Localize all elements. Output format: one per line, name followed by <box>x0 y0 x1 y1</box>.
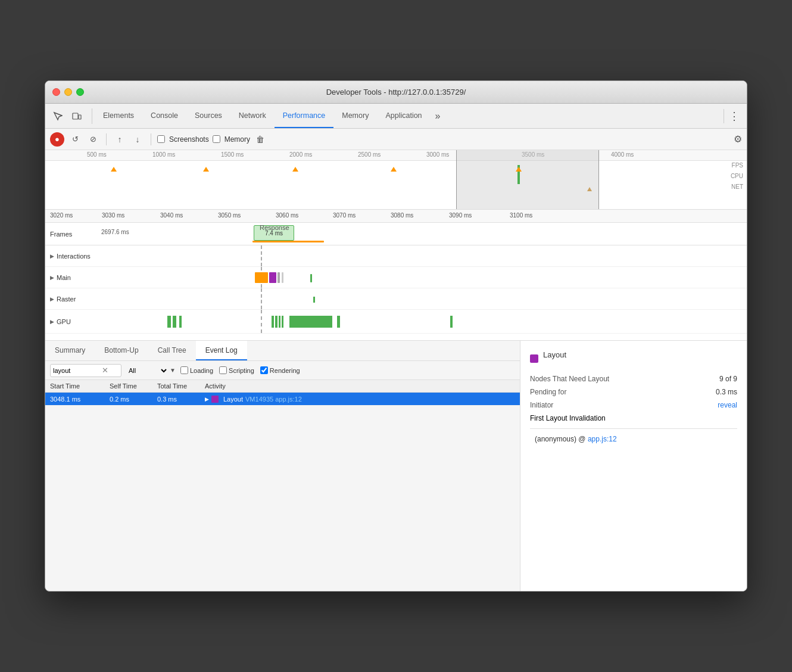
initiator-link[interactable]: reveal <box>718 401 737 409</box>
layout-color-swatch <box>211 396 219 403</box>
pending-label: Pending for <box>530 388 566 396</box>
main-arrow: ▶ <box>50 275 54 281</box>
ruler-tick-1500: 1500 ms <box>221 151 244 158</box>
filter-select[interactable]: All Loading Scripting Rendering Painting… <box>126 366 169 375</box>
rendering-checkbox[interactable] <box>260 366 268 374</box>
export-button[interactable]: ↓ <box>130 132 145 147</box>
memory-checkbox-group[interactable]: Memory <box>213 135 250 144</box>
capture-settings-button[interactable]: ⚙ <box>734 133 742 145</box>
nav-separator <box>724 109 724 123</box>
record-button[interactable]: ● <box>50 132 64 147</box>
table-scroll[interactable]: Start Time Self Time Total Time Activity… <box>45 380 520 591</box>
more-tabs-button[interactable]: » <box>431 111 445 122</box>
tab-performance[interactable]: Performance <box>275 104 334 128</box>
tab-bottom-up[interactable]: Bottom-Up <box>95 341 148 360</box>
bottom-panel: Summary Bottom-Up Call Tree Event Log ✕ … <box>45 341 747 591</box>
traffic-lights <box>52 88 84 96</box>
first-invalidation-label: First Layout Invalidation <box>530 414 606 422</box>
gpu-row: ▶ GPU <box>45 310 747 334</box>
col-header-start-time[interactable]: Start Time <box>45 380 105 393</box>
loading-checkbox[interactable] <box>180 366 188 374</box>
settings-icon[interactable]: ⋮ <box>726 108 742 124</box>
col-header-self-time[interactable]: Self Time <box>105 380 152 393</box>
raster-bar-1 <box>313 297 315 303</box>
filter-checkboxes: Loading Scripting Rendering <box>180 366 300 374</box>
main-row: ▶ Main <box>45 267 747 288</box>
interactions-row: ▶ Interactions <box>45 245 747 267</box>
raster-label: ▶ Raster <box>45 295 99 303</box>
minimize-button[interactable] <box>64 88 72 96</box>
svg-rect-0 <box>73 113 78 119</box>
gpu-bar-9 <box>450 316 453 328</box>
loading-filter[interactable]: Loading <box>180 366 213 374</box>
delete-button[interactable]: 🗑 <box>256 135 264 144</box>
import-button[interactable]: ↑ <box>113 132 127 147</box>
filter-select-wrap: All Loading Scripting Rendering Painting… <box>126 366 176 375</box>
event-table: Start Time Self Time Total Time Activity… <box>45 380 520 406</box>
tab-summary[interactable]: Summary <box>45 341 95 360</box>
detail-tick-3080: 3080 ms <box>391 212 413 219</box>
main-bar-4 <box>282 272 283 283</box>
col-header-activity[interactable]: Activity <box>200 380 520 393</box>
net-label: NET <box>731 183 743 190</box>
detail-title: Layout <box>543 350 566 359</box>
tab-sources[interactable]: Sources <box>186 104 230 128</box>
frames-row: Frames 2697.6 ms 7.4 ms Response <box>45 223 747 245</box>
device-toggle-icon[interactable] <box>69 108 85 124</box>
close-button[interactable] <box>52 88 60 96</box>
tab-application[interactable]: Application <box>377 104 430 128</box>
gpu-bar-6 <box>279 316 280 328</box>
activity-link[interactable]: VM14935 app.js:12 <box>245 396 302 403</box>
clear-button[interactable]: ⊘ <box>86 132 100 147</box>
tab-call-tree[interactable]: Call Tree <box>148 341 196 360</box>
tab-console[interactable]: Console <box>142 104 186 128</box>
memory-checkbox[interactable] <box>213 135 220 143</box>
dashed-line <box>261 245 262 266</box>
raster-row: ▶ Raster <box>45 288 747 310</box>
gpu-bar-2 <box>173 316 176 328</box>
timeline-selection[interactable] <box>456 150 599 209</box>
screenshots-checkbox[interactable] <box>157 135 165 143</box>
inspect-icon[interactable] <box>50 108 66 124</box>
frames-label: Frames <box>45 231 99 238</box>
screenshots-checkbox-group[interactable]: Screenshots <box>157 135 209 144</box>
nav-tabs: Elements Console Sources Network Perform… <box>95 104 721 128</box>
tab-network[interactable]: Network <box>230 104 275 128</box>
scripting-filter[interactable]: Scripting <box>219 366 254 374</box>
gpu-bar-8 <box>337 316 340 328</box>
detail-tick-3090: 3090 ms <box>449 212 472 219</box>
rendering-filter[interactable]: Rendering <box>260 366 300 374</box>
tab-memory[interactable]: Memory <box>333 104 377 128</box>
timeline-ruler: 500 ms 1000 ms 1500 ms 2000 ms 2500 ms 3… <box>45 150 747 161</box>
cell-activity: ▶ Layout VM14935 app.js:12 <box>200 393 520 406</box>
filter-input[interactable] <box>53 367 101 374</box>
activity-name: Layout <box>223 396 243 403</box>
title-bar: Developer Tools - http://127.0.0.1:35729… <box>45 81 747 104</box>
ruler-tick-4000: 4000 ms <box>611 151 634 158</box>
detail-divider <box>530 428 737 429</box>
filter-clear-button[interactable]: ✕ <box>102 366 108 375</box>
timeline-overview[interactable]: 500 ms 1000 ms 1500 ms 2000 ms 2500 ms 3… <box>45 150 747 210</box>
main-bar-5 <box>310 274 312 282</box>
gpu-content <box>99 310 747 333</box>
detail-tick-3100: 3100 ms <box>510 212 532 219</box>
callstack-link[interactable]: app.js:12 <box>588 435 617 443</box>
nodes-info: Nodes That Need Layout 9 of 9 <box>530 375 737 383</box>
fullscreen-button[interactable] <box>76 88 84 96</box>
activity-expand-arrow[interactable]: ▶ <box>205 396 209 402</box>
ruler-tick-2000: 2000 ms <box>289 151 312 158</box>
scripting-checkbox[interactable] <box>219 366 227 374</box>
gpu-bar-4 <box>272 316 274 328</box>
reload-record-button[interactable]: ↺ <box>68 132 82 147</box>
main-bar-2 <box>269 272 276 283</box>
marker-triangle-5 <box>516 167 522 172</box>
raster-dashed-line <box>261 288 262 309</box>
col-header-total-time[interactable]: Total Time <box>152 380 200 393</box>
nav-right: ⋮ <box>726 108 742 124</box>
table-row[interactable]: 3048.1 ms 0.2 ms 0.3 ms ▶ Layout VM14935… <box>45 393 520 406</box>
bottom-left: Summary Bottom-Up Call Tree Event Log ✕ … <box>45 341 520 591</box>
cell-total-time: 0.3 ms <box>152 393 200 406</box>
tab-event-log[interactable]: Event Log <box>196 341 247 360</box>
detail-panel: Layout Nodes That Need Layout 9 of 9 Pen… <box>520 341 747 591</box>
tab-elements[interactable]: Elements <box>95 104 142 128</box>
